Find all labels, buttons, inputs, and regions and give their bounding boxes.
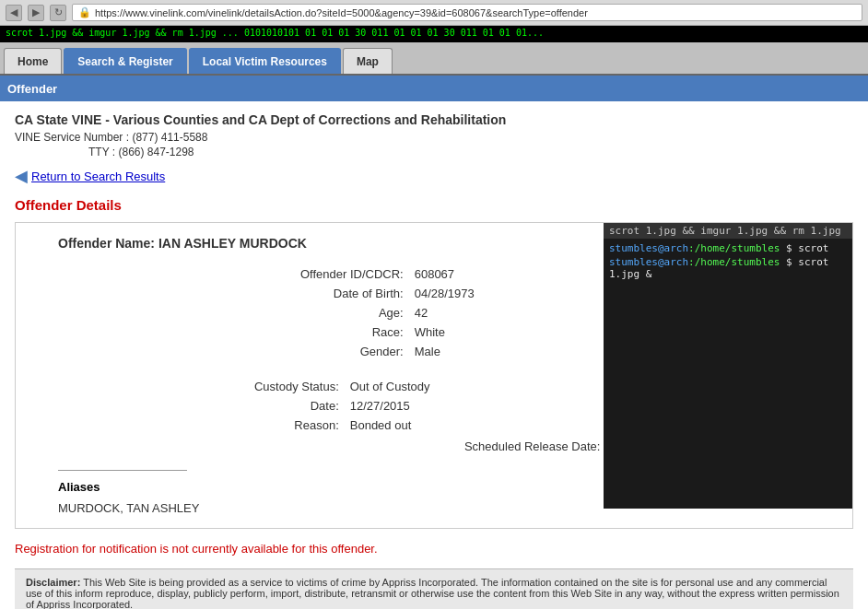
- back-link-container: ◀ Return to Search Results: [15, 166, 853, 186]
- offender-details-title: Offender Details: [15, 197, 853, 213]
- site-title: CA State VINE - Various Counties and CA …: [15, 112, 853, 127]
- terminal-overlay: scrot 1.jpg && imgur 1.jpg && rm 1.jpg s…: [604, 223, 852, 509]
- tab-home[interactable]: Home: [4, 48, 62, 74]
- field-value: Out of Custody: [346, 378, 637, 395]
- ticker-banner: scrot 1.jpg && imgur 1.jpg && rm 1.jpg .…: [0, 26, 868, 42]
- tab-map[interactable]: Map: [343, 48, 393, 74]
- table-row: Reason:Bonded out: [32, 416, 637, 434]
- sub-nav: Offender: [0, 76, 868, 101]
- field-label: Gender:: [32, 343, 409, 360]
- term-path-2: :/home/stumbles: [688, 256, 780, 268]
- scheduled-release-table: Scheduled Release Date:: [30, 436, 639, 457]
- tty-number: (866) 847-1298: [118, 146, 194, 158]
- table-row: Date:12/27/2015: [32, 397, 637, 415]
- term-prompt-1: stumbles@arch: [609, 242, 688, 254]
- table-row: Date of Birth:04/28/1973: [32, 285, 637, 302]
- terminal-line-2: stumbles@arch:/home/stumbles $ scrot 1.j…: [609, 256, 847, 280]
- url-text: https://www.vinelink.com/vinelink/detail…: [95, 7, 588, 18]
- scheduled-release-label: Scheduled Release Date:: [32, 438, 605, 455]
- table-row: Custody Status:Out of Custody: [32, 378, 637, 395]
- vine-service-number: (877) 411-5588: [132, 131, 207, 144]
- field-value: Bonded out: [346, 416, 637, 434]
- tty-info: TTY : (866) 847-1298: [88, 146, 853, 158]
- terminal-body: stumbles@arch:/home/stumbles $ scrot stu…: [604, 239, 852, 286]
- back-arrow-icon[interactable]: ◀: [15, 166, 28, 186]
- term-cmd-1: $ scrot: [780, 242, 828, 254]
- field-label: Age:: [32, 304, 409, 322]
- field-label: Custody Status:: [32, 378, 345, 395]
- vine-service-info: VINE Service Number : (877) 411-5588: [15, 131, 853, 144]
- section-divider: [58, 470, 187, 471]
- field-label: Date:: [32, 397, 345, 415]
- sub-nav-offender: Offender: [7, 82, 57, 96]
- field-label: Date of Birth:: [32, 285, 409, 302]
- tab-local-victim-resources[interactable]: Local Victim Resources: [189, 48, 341, 74]
- reload-button[interactable]: ↻: [50, 5, 66, 21]
- field-label: Reason:: [32, 416, 345, 434]
- table-row: Gender:Male: [32, 343, 637, 360]
- vine-service-label: VINE Service Number :: [15, 131, 129, 144]
- tty-label: TTY :: [88, 146, 115, 158]
- term-prompt-2: stumbles@arch: [609, 256, 688, 268]
- field-label: Race:: [32, 323, 409, 341]
- table-row: Offender ID/CDCR:608067: [32, 265, 637, 283]
- field-label: Offender ID/CDCR:: [32, 265, 409, 283]
- terminal-line-1: stumbles@arch:/home/stumbles $ scrot: [609, 242, 847, 254]
- disclaimer-bold: Disclaimer:: [26, 577, 80, 588]
- scheduled-release-row: Scheduled Release Date:: [32, 438, 637, 455]
- disclaimer-text: This Web Site is being provided as a ser…: [26, 577, 839, 609]
- lock-icon: 🔒: [78, 6, 91, 18]
- field-value: 12/27/2015: [346, 397, 637, 415]
- table-row: Race:White: [32, 323, 637, 341]
- main-content: CA State VINE - Various Counties and CA …: [0, 101, 868, 609]
- nav-tabs: Home Search & Register Local Victim Reso…: [0, 42, 868, 76]
- terminal-title-bar: scrot 1.jpg && imgur 1.jpg && rm 1.jpg: [604, 223, 852, 239]
- term-path-1: :/home/stumbles: [688, 242, 780, 254]
- back-button[interactable]: ◀: [6, 5, 22, 21]
- table-row: Age:42: [32, 304, 637, 322]
- offender-fields-table: Offender ID/CDCR:608067Date of Birth:04/…: [30, 264, 639, 362]
- browser-chrome: ◀ ▶ ↻ 🔒 https://www.vinelink.com/vinelin…: [0, 0, 868, 26]
- offender-details-box: scrot 1.jpg && imgur 1.jpg && rm 1.jpg s…: [15, 222, 853, 529]
- address-bar[interactable]: 🔒 https://www.vinelink.com/vinelink/deta…: [72, 4, 862, 21]
- tab-search-register[interactable]: Search & Register: [64, 48, 186, 74]
- return-to-search-link[interactable]: Return to Search Results: [31, 170, 165, 183]
- registration-notice: Registration for notification is not cur…: [15, 542, 853, 556]
- forward-button[interactable]: ▶: [28, 5, 44, 21]
- disclaimer: Disclaimer: This Web Site is being provi…: [15, 568, 853, 609]
- custody-fields-table: Custody Status:Out of CustodyDate:12/27/…: [30, 376, 639, 436]
